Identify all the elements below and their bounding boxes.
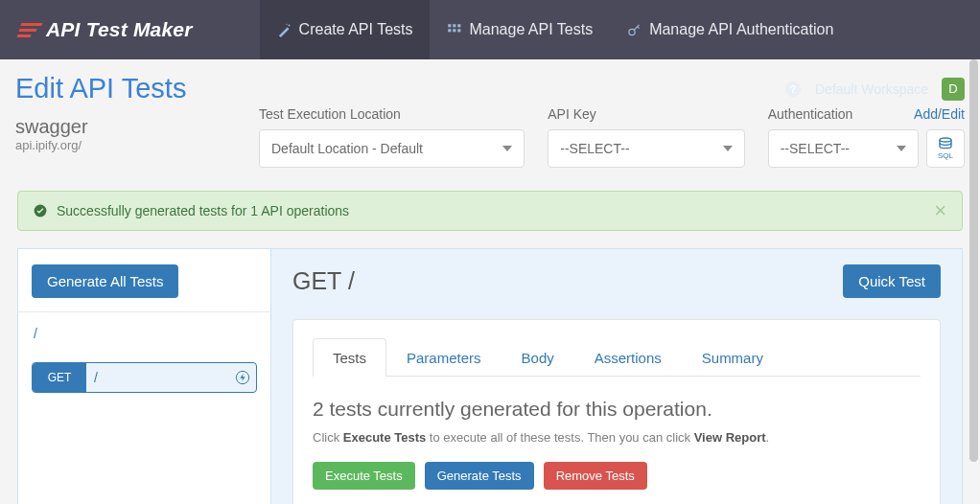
method-badge: GET	[33, 363, 86, 392]
nav-manage-api-authentication[interactable]: Manage API Authentication	[610, 0, 851, 59]
sql-label: SQL	[938, 151, 953, 160]
generated-count: 2 tests currently generated for this ope…	[313, 398, 921, 421]
tab-parameters[interactable]: Parameters	[386, 338, 502, 377]
remove-tests-button[interactable]: Remove Tests	[544, 462, 647, 490]
chevron-down-icon	[723, 146, 733, 151]
endpoint-path: /	[86, 363, 229, 392]
operation-title: GET /	[292, 267, 355, 295]
svg-rect-4	[458, 24, 461, 27]
auth-select[interactable]: --SELECT--	[768, 129, 919, 168]
svg-text:?: ?	[790, 82, 796, 94]
workspace-label[interactable]: Default Workspace	[815, 81, 928, 97]
nav-label: Create API Tests	[299, 21, 413, 38]
nav-manage-api-tests[interactable]: Manage API Tests	[430, 0, 610, 59]
svg-rect-5	[449, 29, 452, 32]
svg-rect-7	[458, 29, 461, 32]
endpoints-sidebar: Generate All Tests / GET /	[18, 249, 271, 504]
nav-create-api-tests[interactable]: Create API Tests	[260, 0, 431, 59]
operation-detail: GET / Quick Test Tests Parameters Body A…	[271, 249, 962, 504]
endpoint-item[interactable]: GET /	[32, 362, 257, 393]
apikey-value: --SELECT--	[560, 141, 629, 156]
auth-label: Authentication	[768, 106, 853, 122]
add-edit-link[interactable]: Add/Edit	[914, 106, 965, 122]
help-icon[interactable]: ?	[784, 80, 802, 98]
selected-pointer-icon	[256, 370, 257, 385]
api-host: api.ipify.org/	[15, 138, 236, 152]
svg-point-11	[940, 138, 951, 142]
bolt-icon[interactable]	[229, 363, 256, 392]
tab-tests[interactable]: Tests	[313, 338, 386, 377]
chevron-down-icon	[897, 146, 906, 151]
svg-rect-6	[454, 29, 456, 32]
quick-test-button[interactable]: Quick Test	[843, 264, 941, 298]
close-icon[interactable]: ×	[934, 204, 946, 217]
success-alert: Successfully generated tests for 1 API o…	[17, 191, 963, 231]
apikey-label: API Key	[548, 106, 744, 122]
brand-stripes-icon	[17, 23, 43, 37]
alert-text: Successfully generated tests for 1 API o…	[57, 203, 349, 218]
api-name: swagger	[15, 116, 236, 138]
workspace-badge[interactable]: D	[942, 78, 965, 101]
brand-text: API Test Maker	[46, 18, 193, 41]
check-circle-icon	[34, 204, 47, 218]
svg-point-8	[629, 29, 635, 34]
sql-button[interactable]: SQL	[926, 129, 965, 168]
generate-all-tests-button[interactable]: Generate All Tests	[32, 264, 178, 298]
tabs: Tests Parameters Body Assertions Summary	[313, 337, 921, 377]
location-label: Test Execution Location	[259, 106, 525, 122]
hint-text: Click Execute Tests to execute all of th…	[313, 430, 921, 445]
auth-value: --SELECT--	[781, 141, 850, 156]
svg-rect-2	[449, 24, 452, 27]
execute-tests-button[interactable]: Execute Tests	[313, 462, 415, 490]
tab-body[interactable]: Body	[502, 338, 574, 377]
database-icon	[938, 137, 953, 150]
nav-label: Manage API Authentication	[649, 21, 833, 38]
generate-tests-button[interactable]: Generate Tests	[425, 462, 534, 490]
nav-label: Manage API Tests	[469, 21, 593, 38]
chevron-down-icon	[502, 146, 512, 151]
apikey-select[interactable]: --SELECT--	[548, 129, 744, 168]
svg-point-0	[288, 24, 290, 26]
tab-assertions[interactable]: Assertions	[574, 338, 682, 377]
key-icon	[627, 23, 642, 37]
location-value: Default Location - Default	[271, 141, 423, 156]
location-select[interactable]: Default Location - Default	[259, 129, 525, 168]
page-title: Edit API Tests	[15, 73, 186, 104]
svg-rect-3	[454, 24, 456, 27]
topbar: API Test Maker Create API Tests Manage A…	[0, 0, 980, 59]
brand[interactable]: API Test Maker	[19, 18, 193, 41]
divider	[18, 311, 270, 312]
grid-icon	[447, 23, 461, 37]
tab-summary[interactable]: Summary	[682, 338, 783, 377]
scrollbar[interactable]	[969, 59, 978, 462]
path-root[interactable]: /	[32, 322, 257, 345]
svg-point-1	[286, 23, 287, 24]
wand-icon	[277, 23, 292, 37]
